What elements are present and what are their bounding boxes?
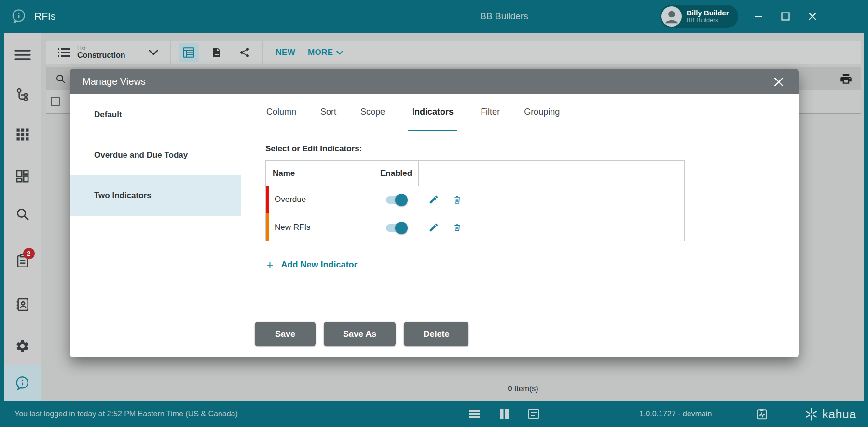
sidebar-divider	[9, 240, 36, 240]
dialog-header: Manage Views	[70, 69, 799, 94]
row-actions	[419, 222, 463, 233]
statusbar: You last logged in today at 2:52 PM East…	[0, 401, 868, 427]
plus-icon: +	[266, 259, 274, 271]
indicator-color-bar	[266, 186, 269, 213]
manage-views-dialog: Manage Views Default Overdue and Due Tod…	[70, 69, 799, 357]
clipboard-activity-icon[interactable]	[756, 401, 768, 427]
app-window: RFIs BB Builders Billy Builder BB Builde…	[0, 0, 868, 427]
column-header-actions	[419, 161, 684, 186]
table-view-icon[interactable]	[179, 43, 199, 62]
list-view-icon[interactable]	[469, 409, 481, 419]
toggle-knob	[395, 222, 408, 234]
search-icon[interactable]	[4, 200, 41, 228]
maximize-icon[interactable]	[781, 12, 790, 21]
tab-column[interactable]: Column	[265, 94, 297, 131]
titlebar: RFIs BB Builders Billy Builder BB Builde…	[0, 0, 868, 33]
view-item-overdue-due-today[interactable]: Overdue and Due Today	[70, 135, 241, 175]
tasks-clipboard-icon[interactable]: 2	[4, 246, 41, 275]
indicators-table: Name Enabled Overdue	[265, 160, 685, 241]
split-view-icon[interactable]	[499, 408, 510, 420]
table-row-new-rfis: New RFIs	[266, 214, 684, 241]
delete-trash-icon[interactable]	[451, 194, 463, 205]
share-icon[interactable]	[234, 43, 255, 62]
user-menu[interactable]: Billy Builder BB Builders	[660, 5, 738, 28]
save-as-button[interactable]: Save As	[324, 322, 396, 346]
user-names: Billy Builder BB Builders	[687, 9, 729, 24]
enabled-toggle[interactable]	[386, 224, 404, 232]
save-button[interactable]: Save	[255, 322, 316, 346]
apps-grid-icon[interactable]	[4, 120, 41, 149]
close-icon[interactable]	[808, 12, 817, 21]
avatar	[661, 6, 682, 27]
document-view-icon[interactable]	[207, 43, 227, 62]
app-identity: RFIs	[11, 0, 55, 33]
table-row-overdue: Overdue	[266, 186, 684, 214]
menu-hamburger-icon[interactable]	[4, 40, 41, 69]
indicator-color-bar	[266, 214, 269, 241]
app-title: RFIs	[34, 11, 55, 22]
indicator-name: New RFIs	[266, 223, 375, 232]
print-icon[interactable]	[840, 72, 853, 85]
column-header-name: Name	[266, 161, 375, 186]
select-all-checkbox[interactable]	[51, 97, 60, 106]
user-org: BB Builders	[687, 17, 729, 24]
chevron-down-icon	[336, 51, 343, 55]
kahua-snowflake-icon	[805, 408, 818, 421]
user-name: Billy Builder	[687, 9, 729, 17]
view-mode-group	[171, 41, 262, 64]
settings-gear-icon[interactable]	[4, 332, 41, 360]
selector-label: List	[77, 45, 125, 51]
dialog-main-panel: Column Sort Scope Indicators Filter Grou…	[241, 94, 799, 357]
view-selector[interactable]: List Construction	[46, 41, 170, 64]
window-controls	[754, 0, 817, 33]
dialog-close-icon[interactable]	[772, 75, 786, 89]
tab-sort[interactable]: Sort	[319, 94, 337, 131]
more-label: MORE	[308, 48, 333, 57]
add-new-indicator-label: Add New Indicator	[281, 260, 358, 270]
tab-grouping[interactable]: Grouping	[523, 94, 561, 131]
toggle-knob	[395, 194, 408, 206]
search-icon[interactable]	[55, 73, 66, 84]
statusbar-view-toggles	[469, 401, 539, 427]
column-header-enabled: Enabled	[375, 161, 419, 186]
row-actions	[419, 194, 463, 205]
saved-views-list: Default Overdue and Due Today Two Indica…	[70, 94, 241, 357]
app-version: 1.0.0.1727 - devmain	[639, 401, 712, 427]
edit-pencil-icon[interactable]	[428, 194, 440, 205]
edit-pencil-icon[interactable]	[428, 222, 440, 233]
tab-scope[interactable]: Scope	[359, 94, 386, 131]
delete-button[interactable]: Delete	[404, 322, 468, 346]
more-button[interactable]: MORE	[308, 48, 343, 57]
dashboard-icon[interactable]	[4, 161, 41, 190]
indicators-section-label: Select or Edit Indicators:	[265, 144, 799, 154]
last-login-message: You last logged in today at 2:52 PM East…	[14, 401, 238, 427]
sidebar-item-rfis-active[interactable]	[4, 365, 41, 401]
tab-filter[interactable]: Filter	[480, 94, 501, 131]
kahua-wordmark: kahua	[822, 407, 856, 421]
company-title: BB Builders	[480, 0, 528, 33]
detail-view-icon[interactable]	[528, 408, 539, 420]
view-item-default[interactable]: Default	[70, 94, 241, 135]
dialog-tabs: Column Sort Scope Indicators Filter Grou…	[241, 94, 799, 131]
items-count: 0 Item(s)	[508, 385, 538, 393]
view-item-two-indicators[interactable]: Two Indicators	[70, 175, 241, 216]
dialog-body: Default Overdue and Due Today Two Indica…	[70, 94, 799, 357]
tasks-badge: 2	[23, 248, 35, 259]
list-lines-icon	[58, 47, 70, 58]
minimize-icon[interactable]	[754, 12, 763, 21]
contacts-icon[interactable]	[4, 290, 41, 319]
tab-indicators[interactable]: Indicators	[408, 94, 457, 131]
kahua-logo: kahua	[805, 401, 856, 427]
sidebar: 2	[4, 33, 41, 401]
add-new-indicator-link[interactable]: + Add New Indicator	[266, 259, 799, 271]
selector-text: List Construction	[77, 45, 125, 60]
selector-value: Construction	[77, 51, 125, 60]
dialog-title: Manage Views	[83, 76, 146, 87]
enabled-toggle[interactable]	[386, 196, 404, 204]
workflow-icon[interactable]	[4, 80, 41, 109]
rfi-bubble-info-icon	[11, 8, 27, 25]
delete-trash-icon[interactable]	[451, 222, 463, 233]
chevron-down-icon	[149, 50, 158, 55]
new-button[interactable]: NEW	[276, 48, 296, 57]
indicator-name: Overdue	[266, 195, 375, 204]
